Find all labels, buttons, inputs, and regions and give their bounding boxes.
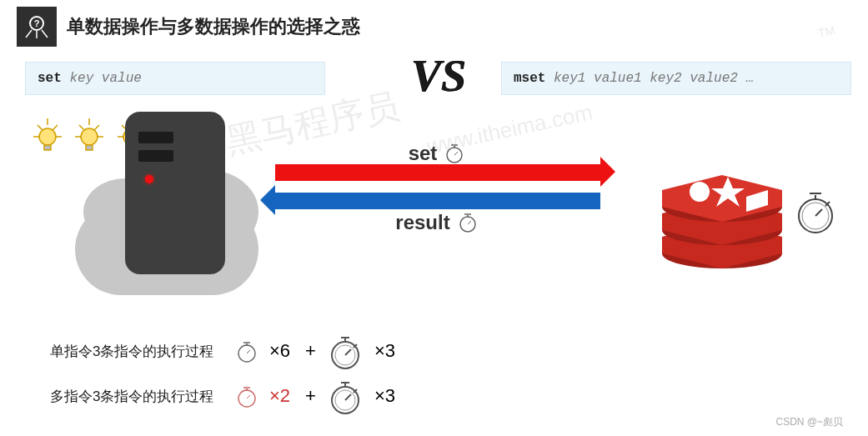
formula1-a: ×6 <box>264 340 295 362</box>
formula-multi: 多指令3条指令的执行过程 ×2 + ×3 <box>50 377 400 415</box>
question-icon: ? <box>17 7 57 47</box>
code-comparison: set key value VS mset key1 value1 key2 v… <box>25 62 851 95</box>
arrow-result <box>275 193 600 209</box>
set-arrow-label: set <box>409 142 438 165</box>
formula2-plus: + <box>300 385 321 407</box>
arrow-set <box>275 164 600 181</box>
cmd-set: set <box>38 71 62 86</box>
page-title: 单数据操作与多数据操作的选择之惑 <box>67 14 360 39</box>
cmd-mset: mset <box>514 71 545 86</box>
redis-icon <box>651 153 793 282</box>
svg-text:?: ? <box>34 18 40 28</box>
credit: CSDN @~彪贝 <box>775 415 843 429</box>
stopwatch-large-icon <box>326 377 364 415</box>
svg-point-13 <box>690 182 710 202</box>
stopwatch-icon <box>455 210 480 233</box>
stopwatch-large-icon <box>326 332 364 370</box>
server <box>83 103 267 312</box>
svg-point-2 <box>39 128 56 145</box>
formula1-b: ×3 <box>369 340 400 362</box>
stopwatch-small-icon <box>234 383 259 408</box>
formula2-label: 多指令3条指令的执行过程 <box>50 387 229 406</box>
formula2-a: ×2 <box>264 385 295 407</box>
args-mset: key1 value1 key2 value2 … <box>554 71 754 86</box>
server-icon <box>125 112 225 274</box>
stopwatch-icon <box>442 141 467 164</box>
formula-single: 单指令3条指令的执行过程 ×6 + ×3 <box>50 332 400 370</box>
code-multi: mset key1 value1 key2 value2 … <box>501 62 851 95</box>
result-arrow-label: result <box>395 211 449 234</box>
args-set: key value <box>69 71 141 86</box>
formula1-plus: + <box>300 340 321 362</box>
vs-label: VS <box>410 50 465 102</box>
code-single: set key value <box>25 62 325 95</box>
formula2-b: ×3 <box>369 385 400 407</box>
bulb-icon <box>28 113 67 155</box>
big-stopwatch-icon <box>793 187 838 240</box>
svg-rect-3 <box>44 145 51 150</box>
formula1-label: 单指令3条指令的执行过程 <box>50 342 229 361</box>
stopwatch-small-icon <box>234 338 259 363</box>
